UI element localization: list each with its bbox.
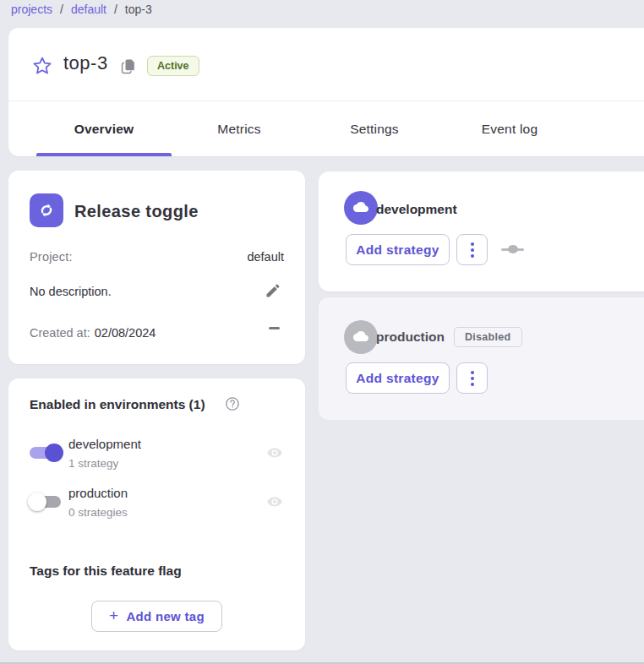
disabled-badge: Disabled bbox=[454, 327, 522, 347]
breadcrumb-current: top-3 bbox=[125, 3, 152, 16]
environment-name: development bbox=[68, 437, 141, 451]
tags-heading: Tags for this feature flag bbox=[30, 563, 182, 579]
add-new-tag-label: Add new tag bbox=[126, 609, 204, 623]
tab-overview[interactable]: Overview bbox=[36, 101, 172, 156]
strategy-count: 0 strategies bbox=[68, 506, 128, 519]
feature-header-card: top-3 Active Overview Metrics Settings E… bbox=[8, 28, 644, 156]
release-toggle-icon bbox=[30, 193, 63, 227]
more-actions-kebab-button[interactable] bbox=[456, 234, 488, 265]
environment-panel-name: development bbox=[376, 202, 457, 217]
strategy-count: 1 strategy bbox=[68, 457, 118, 470]
breadcrumb-separator: / bbox=[114, 3, 117, 16]
minus-icon bbox=[269, 327, 280, 329]
created-at-row: Created at:02/08/2024 bbox=[30, 326, 156, 340]
environment-panel-name: production bbox=[376, 329, 445, 345]
eye-icon[interactable] bbox=[266, 493, 283, 510]
tab-metrics[interactable]: Metrics bbox=[172, 101, 307, 156]
breadcrumb-projects-link[interactable]: projects bbox=[11, 3, 52, 16]
active-tab-indicator bbox=[36, 153, 172, 156]
copy-icon[interactable] bbox=[121, 58, 137, 74]
eye-icon[interactable] bbox=[266, 444, 283, 461]
created-at-label: Created at: bbox=[30, 326, 90, 340]
breadcrumb: projects / default / top-3 bbox=[11, 3, 152, 16]
status-badge: Active bbox=[147, 56, 199, 76]
feature-title: top-3 bbox=[63, 52, 108, 74]
environment-name: production bbox=[68, 486, 128, 500]
environments-heading: Enabled in environments (1) bbox=[30, 397, 205, 412]
favorite-star-icon[interactable] bbox=[32, 56, 52, 76]
environments-card: Enabled in environments (1) development … bbox=[8, 378, 305, 650]
breadcrumb-separator: / bbox=[60, 3, 63, 16]
project-label: Project: bbox=[30, 250, 73, 264]
status-marker-icon bbox=[501, 244, 524, 254]
breadcrumb-default-link[interactable]: default bbox=[71, 3, 106, 16]
add-strategy-button[interactable]: Add strategy bbox=[346, 234, 450, 265]
cloud-icon bbox=[344, 191, 378, 225]
development-toggle[interactable] bbox=[27, 443, 64, 463]
add-strategy-button[interactable]: Add strategy bbox=[346, 362, 450, 394]
add-new-tag-button[interactable]: + Add new tag bbox=[91, 601, 222, 632]
production-environment-panel: production Disabled Add strategy bbox=[319, 297, 644, 420]
page: projects / default / top-3 top-3 Active … bbox=[0, 0, 644, 664]
plus-icon: + bbox=[109, 607, 118, 623]
created-at-value: 02/08/2024 bbox=[95, 326, 156, 340]
tab-event-log[interactable]: Event log bbox=[442, 101, 577, 156]
more-actions-kebab-button[interactable] bbox=[456, 362, 488, 394]
project-value: default bbox=[247, 250, 284, 264]
metadata-card: Release toggle Project: default No descr… bbox=[8, 171, 305, 364]
edit-description-icon[interactable] bbox=[265, 282, 281, 299]
description-text: No description. bbox=[30, 285, 112, 298]
production-toggle[interactable] bbox=[27, 492, 64, 512]
tab-settings[interactable]: Settings bbox=[307, 101, 442, 156]
cloud-icon bbox=[344, 320, 378, 354]
feature-type-title: Release toggle bbox=[74, 202, 199, 221]
development-environment-panel: development Add strategy bbox=[319, 171, 644, 291]
tab-bar: Overview Metrics Settings Event log bbox=[36, 101, 577, 156]
help-icon[interactable] bbox=[225, 396, 240, 411]
